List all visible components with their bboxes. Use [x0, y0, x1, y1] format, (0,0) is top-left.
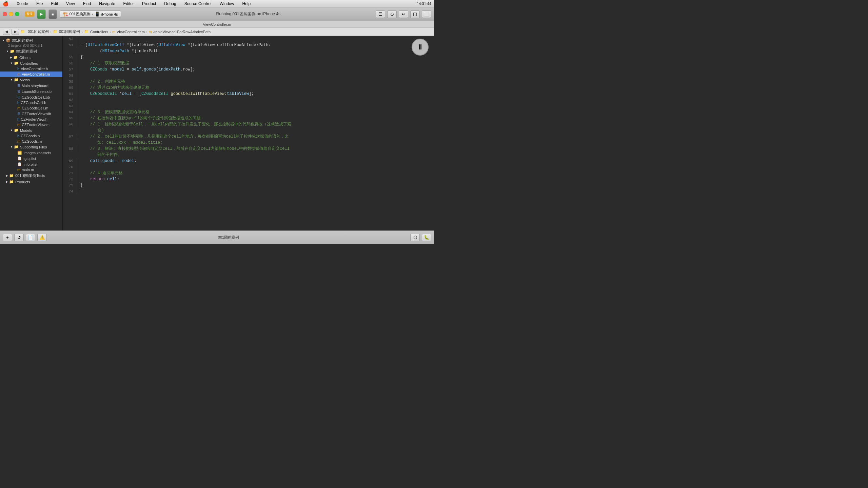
sidebar-item-tgs-plist[interactable]: ▶ 📋 tgs.plist — [0, 156, 62, 161]
add-file-btn[interactable]: + — [3, 234, 12, 241]
sidebar-item-launchscreen[interactable]: ▶ ⊟ LaunchScreen.xib — [0, 88, 62, 94]
sidebar-label-tgs-plist: tgs.plist — [23, 157, 36, 161]
related-items-btn[interactable]: ⊙ — [387, 11, 397, 18]
breadcrumb-1[interactable]: 001团购案例 — [59, 29, 80, 34]
sidebar-item-controllers[interactable]: ▼ 📁 Controllers — [0, 60, 62, 66]
project-root[interactable]: ▼ 📦 001团购案例 — [0, 36, 62, 44]
stop-button[interactable]: ■ — [48, 9, 57, 19]
sidebar-item-supporting-files[interactable]: ▼ 📁 Supporting Files — [0, 144, 62, 150]
code-line-53: 53 — [63, 36, 434, 42]
sidebar-label-launchscreen: LaunchScreen.xib — [22, 89, 52, 94]
code-line-56: 56 // 1. 获取模型数据 — [63, 60, 434, 66]
code-line-61: 61 CZGoodsCell *cell = [CZGoodsCell good… — [63, 91, 434, 97]
editor-title: ViewController.m — [203, 22, 231, 26]
code-line-59: 59 // 2. 创建单元格 — [63, 79, 434, 85]
main-area: ▼ 📦 001团购案例 2 targets, iOS SDK 8.1 ▼ 📁 0… — [0, 36, 434, 230]
menu-xcode[interactable]: Xcode — [15, 1, 29, 6]
code-line-58: 58 — [63, 73, 434, 79]
menu-source-control[interactable]: Source Control — [183, 1, 213, 6]
sidebar-item-czgoods-h[interactable]: ▶ h CZGoods.h — [0, 133, 62, 139]
close-button[interactable] — [3, 12, 7, 16]
sidebar-item-czgoods-m[interactable]: ▶ m CZGoods.m — [0, 139, 62, 144]
code-line-67b: 如: cell.xxx = model.title; — [63, 140, 434, 146]
menu-find[interactable]: Find — [82, 1, 92, 6]
sidebar-item-tests[interactable]: ▶ 📁 001团购案例Tests — [0, 172, 62, 179]
sidebar-label-czgoodscell-m: CZGoodsCell.m — [22, 106, 48, 110]
nav-forward-btn[interactable]: ▶ — [12, 29, 19, 35]
sidebar-label-views: Views — [20, 78, 30, 82]
breadcrumb-sep-3: › — [110, 30, 111, 34]
sidebar-item-main-storyboard[interactable]: ▶ ⊟ Main.storyboard — [0, 83, 62, 88]
sidebar-item-main-group[interactable]: ▼ 📁 001团购案例 — [0, 48, 62, 55]
breadcrumb-2[interactable]: Controllers — [90, 30, 108, 34]
code-line-54b: (NSIndexPath *)indexPath — [63, 48, 434, 54]
sidebar-label-products: Products — [15, 180, 30, 184]
sidebar-item-czfooterview-m[interactable]: ▶ m CZFooterView.m — [0, 122, 62, 127]
menu-debug[interactable]: Debug — [163, 1, 177, 6]
bottom-bar: + ↺ 📄 ⚠️ 001团购案例 ⬡ 🐛 — [0, 230, 434, 244]
apple-menu[interactable]: 🍎 — [3, 1, 8, 6]
code-editor[interactable]: 53 54 - (UITableViewCell *)tableView:(UI… — [63, 36, 434, 230]
sidebar-item-main-m[interactable]: ▶ m main.m — [0, 167, 62, 172]
code-line-66b: 合) — [63, 127, 434, 134]
file-inspector-btn[interactable]: 📄 — [26, 234, 35, 241]
maximize-button[interactable] — [15, 12, 19, 16]
pause-overlay-button[interactable]: ⏸ — [412, 39, 429, 56]
sidebar-label-images: Images.xcassets — [23, 151, 51, 155]
menu-window[interactable]: Window — [218, 1, 236, 6]
project-subtitle: 2 targets, iOS SDK 8.1 — [0, 44, 62, 48]
menu-view[interactable]: View — [65, 1, 76, 6]
filter-btn[interactable]: ⬡ — [410, 234, 420, 241]
code-line-67: 67 // 2. cell的封装不够完整，凡是用到这个cell的地方，每次都要编… — [63, 134, 434, 140]
device-name: iPhone 4s — [101, 12, 118, 16]
code-line-62: 62 — [63, 97, 434, 103]
menu-file[interactable]: File — [35, 1, 44, 6]
notification-badge: 暂停 — [25, 12, 34, 17]
sidebar-item-images[interactable]: ▶ 🗂️ Images.xcassets — [0, 150, 62, 156]
sidebar-label-viewcontroller-m: ViewController.m — [22, 72, 50, 76]
breadcrumb-4[interactable]: -tableView:cellForRowAtIndexPath: — [153, 30, 212, 34]
sidebar-item-czgoodscell-m[interactable]: ▶ m CZGoodsCell.m — [0, 105, 62, 111]
nav-back-btn[interactable]: ◀ — [3, 29, 10, 35]
code-line-54: 54 - (UITableViewCell *)tableView:(UITab… — [63, 42, 434, 48]
sidebar-item-viewcontroller-h[interactable]: ▶ h ViewController.h — [0, 66, 62, 72]
breadcrumb-sep-2: › — [81, 30, 83, 34]
menu-navigate[interactable]: Navigate — [98, 1, 116, 6]
sidebar-item-products[interactable]: ▶ 📁 Products — [0, 179, 62, 185]
sidebar-item-czgoodscell-h[interactable]: ▶ h CZGoodsCell.h — [0, 100, 62, 105]
sidebar-item-info-plist[interactable]: ▶ 📋 Info.plist — [0, 161, 62, 167]
code-line-68: 68 // 3. 解决: 直接把模型传递给自定义Cell，然后在自定义cell内… — [63, 146, 434, 152]
sidebar-item-czfooterview-h[interactable]: ▶ h CZFooterView.h — [0, 117, 62, 122]
menu-edit[interactable]: Edit — [50, 1, 59, 6]
sidebar-label-czgoodscell-h: CZGoodsCell.h — [21, 101, 46, 105]
refresh-btn[interactable]: ↺ — [14, 234, 24, 241]
minimize-button[interactable] — [9, 12, 13, 16]
panel-left-btn[interactable]: ◫ — [410, 11, 420, 18]
menu-editor[interactable]: Editor — [122, 1, 135, 6]
navigator-toggle[interactable]: ☰ — [376, 11, 385, 18]
code-line-64: 64 // 3. 把模型数据设置给单元格 — [63, 109, 434, 115]
sidebar-item-others[interactable]: ▶ 📁 Others — [0, 55, 62, 60]
back-btn[interactable]: ↩ — [399, 11, 408, 18]
toolbar: 暂停 ▶ ■ 🏗️ 001团购案例 › 📱 iPhone 4s Running … — [0, 7, 434, 21]
panel-right-btn[interactable]: ⬜ — [422, 11, 431, 18]
sidebar-item-viewcontroller-m[interactable]: ▶ m ViewController.m — [0, 72, 62, 77]
sidebar-label-info-plist: Info.plist — [23, 162, 37, 166]
issues-btn[interactable]: ⚠️ — [37, 234, 47, 241]
sidebar-item-views[interactable]: ▼ 📁 Views — [0, 77, 62, 83]
sidebar-item-czfooterview-xib[interactable]: ▶ ⊟ CZFooterView.xib — [0, 111, 62, 117]
debug-btn[interactable]: 🐛 — [422, 234, 431, 241]
scheme-selector[interactable]: 🏗️ 001团购案例 › 📱 iPhone 4s — [60, 11, 121, 18]
breadcrumb-0[interactable]: 001团购案例 — [28, 29, 49, 34]
code-line-57: 57 CZGoods *model = self.goods[indexPath… — [63, 66, 434, 73]
menu-product[interactable]: Product — [141, 1, 157, 6]
sidebar-item-models[interactable]: ▼ 📁 Models — [0, 127, 62, 133]
breadcrumb-sep-1: › — [50, 30, 52, 34]
menu-help[interactable]: Help — [241, 1, 252, 6]
scheme-name: 001团购案例 — [70, 12, 91, 17]
sidebar-item-czgoodscell-xib[interactable]: ▶ ⊟ CZGoodsCell.xib — [0, 94, 62, 100]
sidebar-label-czfooterview-h: CZFooterView.h — [21, 117, 47, 121]
code-line-74: 74 — [63, 188, 434, 195]
breadcrumb-3[interactable]: ViewController.m — [117, 30, 145, 34]
run-button[interactable]: ▶ — [37, 9, 46, 19]
